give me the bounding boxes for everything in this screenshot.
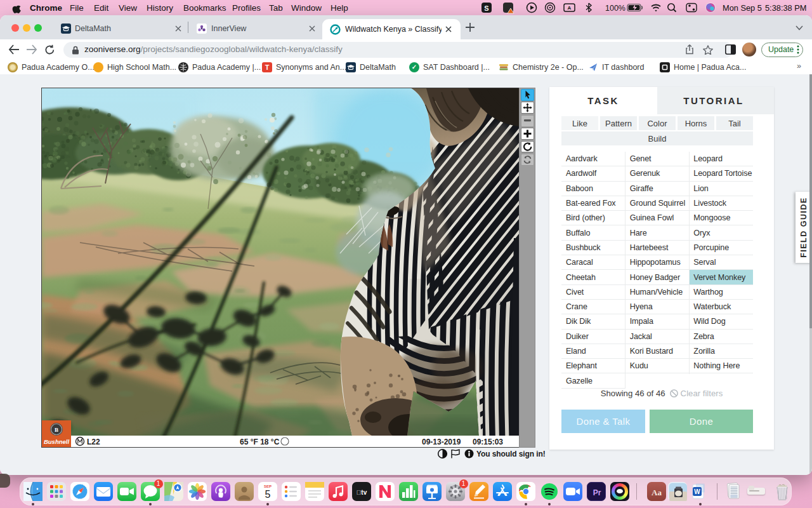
- svg-text:09:15:03: 09:15:03: [473, 438, 503, 446]
- svg-text:B: B: [55, 427, 58, 433]
- svg-text:5: 5: [265, 489, 270, 500]
- svg-text:tv: tv: [356, 488, 367, 495]
- svg-text:S: S: [484, 4, 488, 12]
- svg-text:09-13-2019: 09-13-2019: [422, 438, 461, 446]
- svg-text:Aa: Aa: [652, 487, 662, 497]
- svg-text:Pr: Pr: [593, 488, 601, 497]
- svg-text:Bushnell: Bushnell: [44, 438, 69, 445]
- svg-text:A: A: [568, 5, 572, 11]
- svg-text:L22: L22: [87, 438, 100, 446]
- svg-text:100%: 100%: [605, 4, 625, 13]
- svg-text:SEP: SEP: [263, 484, 271, 488]
- svg-text:W: W: [694, 488, 700, 495]
- svg-text:65 °F 18 °C: 65 °F 18 °C: [240, 438, 280, 446]
